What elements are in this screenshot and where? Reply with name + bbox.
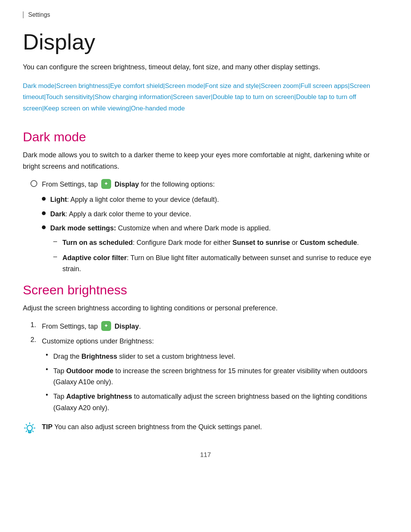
link-double-tap-on[interactable]: Double tap to turn on screen [213,93,295,101]
dot-bullet-icon [42,211,46,215]
link-screen-mode[interactable]: Screen mode [165,82,203,89]
svg-line-6 [33,431,33,431]
screen-brightness-heading: Screen brightness [23,283,388,297]
small-dot-bullet-icon: • [46,366,49,374]
link-touch-sensitivity[interactable]: Touch sensitivity [46,93,93,101]
svg-line-5 [26,424,27,425]
screen-brightness-section: Screen brightness Adjust the screen brig… [23,283,388,436]
svg-point-0 [27,425,32,431]
dark-mode-sub-adaptive: – Adaptive color filter: Turn on Blue li… [53,252,388,275]
dark-mode-section: Dark mode Dark mode allows you to switch… [23,129,388,275]
brightness-step-1: 1. From Settings, tap Display. [30,321,388,332]
brightness-option-outdoor: • Tap Outdoor mode to increase the scree… [46,366,388,388]
settings-breadcrumb: Settings [23,11,388,18]
links-section: Dark mode|Screen brightness|Eye comfort … [23,80,388,114]
page-title: Display [23,30,388,54]
small-dot-bullet-icon: • [46,351,49,359]
dash-bullet-icon: – [53,237,59,245]
link-show-charging[interactable]: Show charging information [94,93,171,101]
dot-bullet-icon [42,225,46,229]
tip-lightbulb-icon [23,422,37,436]
brightness-steps-list: 1. From Settings, tap Display. 2. Custom… [23,321,388,347]
brightness-option-adaptive: • Tap Adaptive brightness to automatical… [46,391,388,414]
dark-mode-option-light: Light: Apply a light color theme to your… [42,194,388,206]
screen-brightness-body: Adjust the screen brightness according t… [23,303,388,314]
dark-mode-option-settings: Dark mode settings: Customize when and w… [42,223,388,234]
dark-mode-option-dark: Dark: Apply a dark color theme to your d… [42,209,388,220]
page-container: Settings Display You can configure the s… [0,0,411,532]
svg-line-8 [26,431,27,431]
dark-mode-options-list: Light: Apply a light color theme to your… [23,194,388,234]
link-screen-brightness[interactable]: Screen brightness [56,82,108,89]
link-screen-zoom[interactable]: Screen zoom [261,82,299,89]
link-keep-screen[interactable]: Keep screen on while viewing [44,105,129,112]
dark-mode-from-settings: From Settings, tap Display for the follo… [42,179,215,190]
dash-bullet-icon: – [53,252,59,260]
dark-mode-sub-scheduled: – Turn on as scheduled: Configure Dark m… [53,237,388,249]
tip-text-content: TIP You can also adjust screen brightnes… [42,422,262,433]
intro-text: You can configure the screen brightness,… [23,62,388,73]
dark-mode-settings-item: From Settings, tap Display for the follo… [30,179,388,190]
brightness-options-list: • Drag the Brightness slider to set a cu… [23,351,388,414]
link-dark-mode[interactable]: Dark mode [23,82,54,89]
tip-box: TIP You can also adjust screen brightnes… [23,422,388,436]
dark-mode-sub-options-list: – Turn on as scheduled: Configure Dark m… [23,237,388,275]
dark-mode-heading: Dark mode [23,129,388,144]
settings-gear-icon [101,179,111,189]
small-dot-bullet-icon: • [46,391,49,399]
brightness-step-2: 2. Customize options under Brightness: [30,336,388,347]
svg-line-7 [33,424,33,425]
link-one-handed[interactable]: One-handed mode [131,105,185,112]
link-eye-comfort[interactable]: Eye comfort shield [110,82,163,89]
dark-mode-body: Dark mode allows you to switch to a dark… [23,150,388,172]
dot-bullet-icon [42,197,46,201]
link-font-size[interactable]: Font size and style [205,82,259,89]
settings-label-text: Settings [28,11,50,18]
link-full-screen[interactable]: Full screen apps [301,82,348,89]
circle-bullet-icon [30,180,37,187]
link-screen-saver[interactable]: Screen saver [173,93,211,101]
brightness-option-drag: • Drag the Brightness slider to set a cu… [46,351,388,363]
page-number: 117 [23,451,388,459]
settings-gear-icon-2 [101,321,111,331]
